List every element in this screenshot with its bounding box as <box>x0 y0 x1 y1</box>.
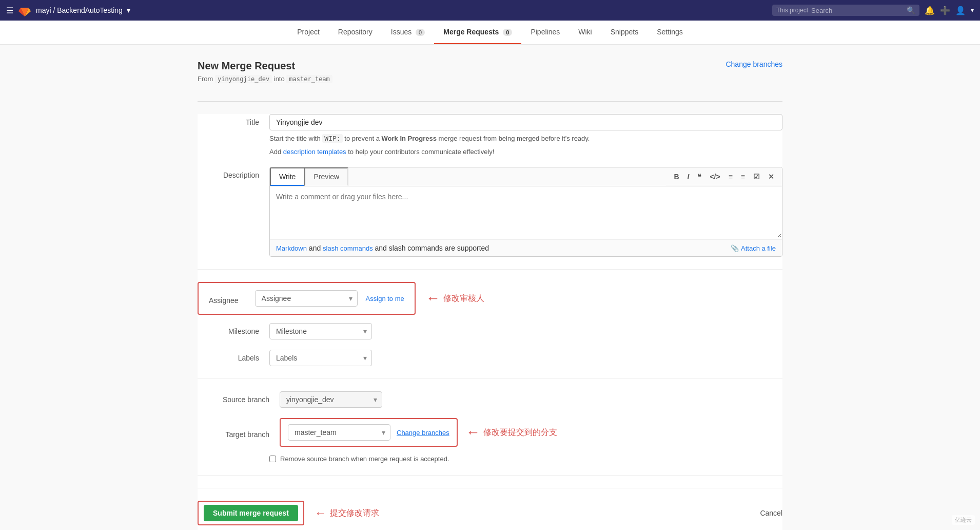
source-branch-select[interactable]: yinyongjie_dev <box>280 391 382 408</box>
plus-icon[interactable]: ➕ <box>940 6 950 15</box>
assignee-select-wrap: Assignee <box>255 290 358 307</box>
user-chevron[interactable]: ▾ <box>971 7 974 14</box>
branch-info: From yinyongjie_dev into master_team <box>198 75 332 83</box>
description-group: Description Write Preview B I ❝ </> <box>198 167 782 257</box>
source-branch-label: yinyongjie_dev <box>215 75 272 83</box>
change-branches-header-link[interactable]: Change branches <box>726 60 782 68</box>
assignee-select[interactable]: Assignee <box>255 290 358 307</box>
submit-section: Submit merge request ← 提交修改请求 Cancel <box>198 488 782 525</box>
form-container: Title Start the title with WIP: to preve… <box>198 114 782 530</box>
bold-button[interactable]: B <box>671 172 681 182</box>
target-branch-label: master_team <box>286 75 332 83</box>
milestone-select[interactable]: Milestone <box>269 323 372 339</box>
change-branches-link[interactable]: Change branches <box>397 429 449 437</box>
preview-tab[interactable]: Preview <box>304 167 348 186</box>
supported-text: and slash commands are supported <box>375 244 489 252</box>
nav-pipelines[interactable]: Pipelines <box>521 21 569 44</box>
slash-commands-text: and <box>309 244 323 252</box>
ul-button[interactable]: ≡ <box>726 172 735 182</box>
title-input[interactable] <box>269 114 782 130</box>
bell-icon[interactable]: 🔔 <box>925 6 935 15</box>
submit-button[interactable]: Submit merge request <box>204 505 298 521</box>
remove-source-row: Remove source branch when merge request … <box>269 455 782 463</box>
merge-requests-badge: 0 <box>503 29 512 36</box>
wip-hint: WIP: <box>322 134 342 143</box>
search-project-label: This project <box>776 7 808 14</box>
title-group: Title Start the title with WIP: to preve… <box>198 114 782 157</box>
labels-label: Labels <box>198 350 269 362</box>
code-button[interactable]: </> <box>707 172 722 182</box>
nav-settings[interactable]: Settings <box>648 21 692 44</box>
markdown-link[interactable]: Markdown <box>276 244 307 252</box>
labels-group: Labels Labels <box>198 350 782 366</box>
description-editor: Write Preview B I ❝ </> ≡ ≡ ☑ ✕ <box>269 167 782 257</box>
attach-file-link[interactable]: 📎 Attach a file <box>731 244 776 252</box>
top-bar: ☰ mayi / BackendAutoTesting ▾ This proje… <box>0 0 980 21</box>
submit-arrow-icon: ← <box>315 506 327 520</box>
title-hint: Start the title with WIP: to prevent a W… <box>269 134 782 144</box>
project-chevron[interactable]: ▾ <box>127 6 130 14</box>
hamburger-icon[interactable]: ☰ <box>6 6 13 15</box>
assignee-arrow-icon: ← <box>426 290 440 307</box>
italic-button[interactable]: I <box>685 172 692 182</box>
ol-button[interactable]: ≡ <box>738 172 748 182</box>
main-content: New Merge Request From yinyongjie_dev in… <box>182 60 798 530</box>
search-icon: 🔍 <box>907 6 915 14</box>
nav-merge-requests[interactable]: Merge Requests 0 <box>434 21 521 44</box>
project-path: mayi / BackendAutoTesting <box>36 6 123 14</box>
write-tab[interactable]: Write <box>270 167 304 186</box>
issues-badge: 0 <box>416 29 425 36</box>
page-title: New Merge Request <box>198 60 332 72</box>
source-branch-form-label: Source branch <box>198 391 280 404</box>
task-button[interactable]: ☑ <box>751 172 762 182</box>
slash-commands-link[interactable]: slash commands <box>323 244 373 252</box>
target-branch-arrow-icon: ← <box>466 424 480 441</box>
milestone-label: Milestone <box>198 323 269 335</box>
target-branch-select-wrap: master_team <box>288 424 390 441</box>
title-label: Title <box>198 114 269 126</box>
labels-select-wrap: Labels <box>269 350 372 366</box>
labels-select[interactable]: Labels <box>269 350 372 366</box>
source-branch-select-wrap: yinyongjie_dev <box>280 391 382 408</box>
description-templates-link[interactable]: description templates <box>283 148 346 156</box>
nav-issues[interactable]: Issues 0 <box>382 21 434 44</box>
watermark: 亿迹云 <box>952 515 975 525</box>
user-avatar[interactable]: 👤 <box>955 6 966 15</box>
nav-snippets[interactable]: Snippets <box>601 21 648 44</box>
description-label: Description <box>198 167 269 179</box>
paperclip-icon: 📎 <box>731 244 739 252</box>
nav-project[interactable]: Project <box>288 21 329 44</box>
desc-footer: Markdown and slash commands and slash co… <box>270 239 782 256</box>
description-textarea[interactable] <box>270 186 782 238</box>
assignee-annotation: 修改审核人 <box>443 293 484 304</box>
cancel-button[interactable]: Cancel <box>760 509 782 517</box>
remove-source-checkbox[interactable] <box>269 456 276 462</box>
secondary-nav: Project Repository Issues 0 Merge Reques… <box>0 21 980 45</box>
source-branch-group: Source branch yinyongjie_dev <box>198 391 782 408</box>
fullscreen-button[interactable]: ✕ <box>766 172 777 182</box>
remove-source-label: Remove source branch when merge request … <box>280 455 449 463</box>
gitlab-logo[interactable] <box>17 3 32 17</box>
search-input[interactable] <box>811 7 904 14</box>
milestone-group: Milestone Milestone <box>198 323 782 339</box>
target-branch-annotation: 修改要提交到的分支 <box>483 427 557 438</box>
desc-toolbar: B I ❝ </> ≡ ≡ ☑ ✕ <box>666 168 782 185</box>
nav-repository[interactable]: Repository <box>329 21 382 44</box>
milestone-select-wrap: Milestone <box>269 323 372 339</box>
nav-wiki[interactable]: Wiki <box>569 21 601 44</box>
submit-annotation: 提交修改请求 <box>330 508 379 519</box>
search-box[interactable]: This project 🔍 <box>772 5 919 16</box>
quote-button[interactable]: ❝ <box>695 172 704 182</box>
target-branch-select[interactable]: master_team <box>288 424 390 441</box>
target-branch-form-label: Target branch <box>198 426 280 439</box>
title-hint2: Add description templates to help your c… <box>269 147 782 157</box>
assign-me-link[interactable]: Assign to me <box>366 295 404 302</box>
assignee-label: Assignee <box>209 292 247 305</box>
